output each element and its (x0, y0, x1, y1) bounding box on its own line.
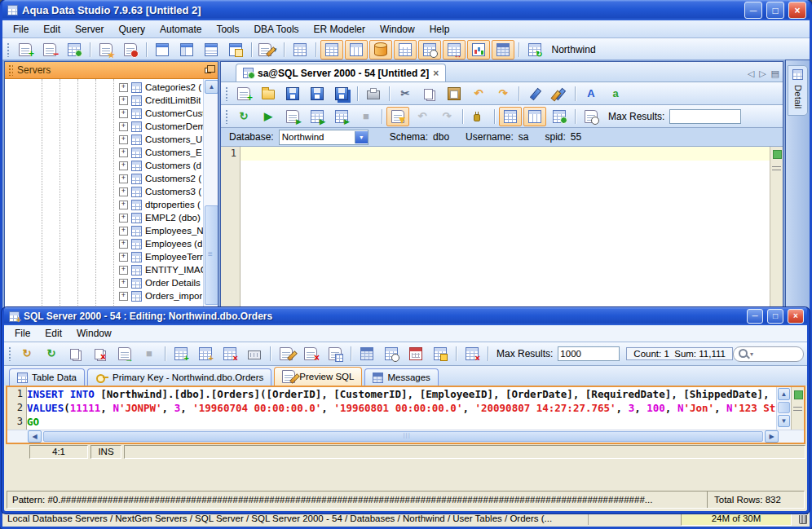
script-generator-icon[interactable]: ▾ (256, 40, 280, 60)
grid-options-icon[interactable] (355, 344, 378, 364)
unregister-server-icon[interactable] (38, 40, 61, 60)
admin-window-icon[interactable] (200, 40, 223, 60)
tree-item-entity-imag[interactable]: +ENTITY_IMAG (5, 263, 218, 276)
database-combo[interactable]: Northwind ▾ (279, 130, 368, 145)
tab-preview-sql[interactable]: Preview SQL (274, 367, 362, 386)
tree-item-customers-e[interactable]: +Customers_E (5, 146, 218, 159)
connections-icon[interactable] (63, 40, 86, 60)
tree-item-customers2[interactable]: +Customers2 ( (5, 172, 218, 185)
session-icon[interactable] (467, 107, 490, 126)
expand-icon[interactable]: + (119, 83, 128, 92)
edit-max-results-input[interactable] (558, 346, 620, 361)
scroll-thumb[interactable] (205, 205, 218, 305)
tree-item-orders-impor[interactable]: +Orders_impor (5, 289, 218, 302)
scroll-up-icon[interactable]: ▲ (205, 80, 218, 94)
detach-window-icon[interactable] (224, 40, 247, 60)
references-view-icon[interactable] (443, 40, 466, 60)
export-results-icon[interactable] (548, 107, 571, 126)
time-format-icon[interactable] (380, 344, 403, 364)
lowercase-icon[interactable]: a (604, 84, 627, 104)
toolbar-grip[interactable] (7, 42, 11, 57)
tab-list-icon[interactable]: ▤ (771, 68, 779, 79)
toolbar-grip[interactable] (8, 346, 12, 361)
search-box[interactable]: ▾ (733, 346, 804, 362)
expand-icon[interactable]: + (119, 292, 128, 301)
menu-dba-tools[interactable]: DBA Tools (246, 22, 306, 37)
history-icon[interactable] (580, 107, 602, 126)
script-view-icon[interactable] (418, 40, 441, 60)
edit-close-button[interactable]: × (788, 309, 804, 324)
menu-automate[interactable]: Automate (152, 22, 209, 37)
menu-file[interactable]: File (6, 22, 36, 37)
menu-help[interactable]: Help (422, 22, 457, 37)
apply-row-icon[interactable] (243, 344, 266, 364)
expand-icon[interactable]: + (119, 122, 128, 131)
execute-run-icon[interactable]: ▶ (257, 107, 280, 126)
stop-icon[interactable]: ■ (138, 344, 161, 364)
delete-row-icon[interactable] (218, 344, 241, 364)
scroll-right-icon[interactable]: ▶ (765, 430, 779, 443)
insert-row-icon[interactable] (170, 344, 192, 364)
rollback-icon[interactable]: ↷ (435, 107, 458, 126)
tree-item-customers3[interactable]: +Customers3 ( (5, 185, 218, 198)
expand-icon[interactable]: + (119, 187, 128, 196)
auto-commit-icon[interactable] (386, 107, 409, 126)
tables-view-icon[interactable] (320, 40, 343, 60)
trash-icon[interactable] (799, 515, 807, 524)
detail-tab[interactable]: Detail (788, 65, 808, 116)
tree-item-employeeterr[interactable]: +EmployeeTerr (5, 250, 218, 263)
max-results-input[interactable] (669, 109, 741, 124)
script-changes-icon[interactable] (64, 344, 87, 364)
edit-minimize-button[interactable]: ─ (747, 309, 763, 324)
commit-icon[interactable]: ↶ (411, 107, 434, 126)
search-window-icon[interactable] (151, 40, 174, 60)
grid-results-icon[interactable] (499, 107, 522, 126)
export-data-icon[interactable] (113, 344, 136, 364)
grid-view-icon[interactable] (394, 40, 417, 60)
clear-value-icon[interactable] (299, 344, 322, 364)
expand-icon[interactable]: + (119, 148, 128, 157)
copy-icon[interactable] (418, 84, 441, 104)
expand-icon[interactable]: + (119, 279, 128, 288)
menu-edit[interactable]: Edit (36, 22, 68, 37)
menu-window[interactable]: Window (69, 326, 119, 341)
expand-icon[interactable]: + (119, 96, 128, 105)
tree-item-customercust[interactable]: +CustomerCust (5, 107, 218, 120)
tree-item-customers-d[interactable]: +Customers (d (5, 159, 218, 172)
menu-edit[interactable]: Edit (38, 326, 69, 341)
expand-icon[interactable]: + (119, 214, 128, 223)
open-window-icon[interactable] (175, 40, 198, 60)
hscroll-thumb[interactable] (43, 431, 763, 442)
toolbar-grip[interactable] (225, 109, 229, 124)
scroll-thumb[interactable] (778, 402, 790, 413)
menu-tools[interactable]: Tools (209, 22, 246, 37)
execute-script-icon[interactable] (281, 107, 304, 126)
calendar-icon[interactable] (404, 344, 427, 364)
stop-icon[interactable]: ■ (355, 107, 377, 126)
sql-horizontal-scrollbar[interactable]: ◀ ▶ (7, 430, 804, 443)
tree-item-dtproperties[interactable]: +dtproperties ( (5, 198, 218, 211)
refresh-database-icon[interactable] (523, 40, 546, 60)
statistics-view-icon[interactable] (467, 40, 490, 60)
tree-item-categories2[interactable]: +Categories2 ( (5, 81, 218, 94)
query-analyzer-icon[interactable] (95, 40, 117, 60)
tab-scroll-right-icon[interactable]: ▷ (759, 68, 766, 79)
expand-icon[interactable]: + (119, 253, 128, 262)
tree-item-creditlimitbit[interactable]: +CreditLimitBit (5, 94, 218, 107)
tree-item-employees-ni[interactable]: +Employees_Ni (5, 224, 218, 237)
scroll-down-icon[interactable]: ▼ (778, 415, 790, 427)
minimize-button[interactable]: ─ (744, 2, 762, 19)
register-server-icon[interactable] (14, 40, 37, 60)
tree-item-order-details[interactable]: +Order Details (5, 276, 218, 289)
storage-view-icon[interactable] (369, 40, 392, 60)
sql-editor[interactable]: 123 INSERT INTO [Northwind].[dbo].[Order… (7, 387, 804, 430)
preview-sql-icon[interactable] (324, 344, 346, 364)
print-icon[interactable] (362, 84, 385, 104)
pivot-results-icon[interactable] (523, 107, 546, 126)
duplicate-row-icon[interactable] (194, 344, 217, 364)
format-sql-icon[interactable] (523, 84, 546, 104)
new-file-icon[interactable] (232, 84, 255, 104)
tab-table-data[interactable]: Table Data (9, 368, 85, 386)
edit-titlebar[interactable]: SQL Server 2000 - 54 : Editing: Northwin… (4, 307, 807, 325)
edit-value-icon[interactable] (275, 344, 298, 364)
